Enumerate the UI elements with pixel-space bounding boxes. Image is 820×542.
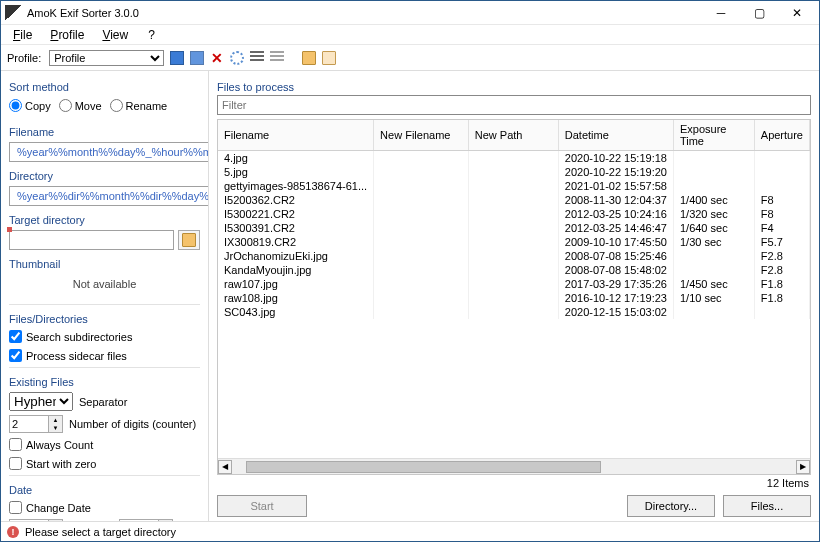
files-dirs-heading: Files/Directories [9, 313, 200, 325]
error-icon: ! [7, 526, 19, 538]
files-heading: Files to process [217, 81, 811, 93]
table-row[interactable]: I5300391.CR22012-03-25 14:46:471/640 sec… [218, 221, 810, 235]
view2-icon[interactable] [270, 51, 284, 65]
separator-label: Separator [79, 396, 127, 408]
save-as-icon[interactable] [190, 51, 204, 65]
maximize-button[interactable]: ▢ [741, 2, 777, 24]
directory-label: Directory [9, 170, 200, 182]
scroll-left-icon[interactable]: ◀ [218, 460, 232, 474]
delete-icon[interactable]: ✕ [210, 51, 224, 65]
save-icon[interactable] [170, 51, 184, 65]
filename-label: Filename [9, 126, 200, 138]
menu-help[interactable]: ? [140, 26, 163, 44]
col-newpath[interactable]: New Path [468, 120, 558, 151]
menu-file[interactable]: File [5, 26, 40, 44]
folder-icon[interactable] [302, 51, 316, 65]
profile-select[interactable]: Profile [49, 50, 164, 66]
profile-toolbar: Profile: Profile ✕ [1, 45, 819, 71]
folder-open-icon[interactable] [322, 51, 336, 65]
separator-select[interactable]: Hyphen(-) [9, 392, 73, 411]
menu-view[interactable]: View [94, 26, 136, 44]
target-directory-label: Target directory [9, 214, 200, 226]
table-row[interactable]: 5.jpg2020-10-22 15:19:20 [218, 165, 810, 179]
folder-icon [182, 233, 196, 247]
view-icon[interactable] [250, 51, 264, 65]
radio-move[interactable]: Move [59, 99, 102, 112]
table-row[interactable]: JrOchanomizuEki.jpg2008-07-08 15:25:46F2… [218, 249, 810, 263]
digits-label: Number of digits (counter) [69, 418, 196, 430]
minimize-button[interactable]: ─ [703, 2, 739, 24]
close-button[interactable]: ✕ [779, 2, 815, 24]
item-count: 12 Items [217, 475, 811, 495]
app-icon [5, 5, 21, 21]
filter-input[interactable] [217, 95, 811, 115]
status-message: Please select a target directory [25, 526, 176, 538]
files-table[interactable]: Filename New Filename New Path Datetime … [218, 120, 810, 319]
digits-spinner[interactable]: ▲▼ [9, 415, 63, 433]
check-always-count[interactable]: Always Count [9, 437, 200, 452]
date-heading: Date [9, 484, 200, 496]
files-button[interactable]: Files... [723, 495, 811, 517]
check-change-date[interactable]: Change Date [9, 500, 200, 515]
content-area: Files to process Filename New Filename N… [209, 71, 819, 521]
check-process-sidecar[interactable]: Process sidecar files [9, 348, 200, 363]
table-row[interactable]: 4.jpg2020-10-22 15:19:18 [218, 151, 810, 166]
col-datetime[interactable]: Datetime [558, 120, 673, 151]
radio-rename[interactable]: Rename [110, 99, 168, 112]
col-aperture[interactable]: Aperture [754, 120, 809, 151]
col-exposure[interactable]: Exposure Time [673, 120, 754, 151]
existing-files-heading: Existing Files [9, 376, 200, 388]
scroll-right-icon[interactable]: ▶ [796, 460, 810, 474]
filename-pattern[interactable]: %year%%month%%day%_%hour%%min [9, 142, 209, 162]
table-row[interactable]: gettyimages-985138674-61...2021-01-02 15… [218, 179, 810, 193]
settings-icon[interactable] [230, 51, 244, 65]
table-row[interactable]: IX300819.CR22009-10-10 17:45:501/30 secF… [218, 235, 810, 249]
table-row[interactable]: raw107.jpg2017-03-29 17:35:261/450 secF1… [218, 277, 810, 291]
radio-copy[interactable]: Copy [9, 99, 51, 112]
table-row[interactable]: I5200362.CR22008-11-30 12:04:371/400 sec… [218, 193, 810, 207]
table-row[interactable]: KandaMyoujin.jpg2008-07-08 15:48:02F2.8 [218, 263, 810, 277]
target-browse-button[interactable] [178, 230, 200, 250]
table-row[interactable]: raw108.jpg2016-10-12 17:19:231/10 secF1.… [218, 291, 810, 305]
check-search-subdirectories[interactable]: Search subdirectories [9, 329, 200, 344]
table-row[interactable]: SC043.jpg2020-12-15 15:03:02 [218, 305, 810, 319]
statusbar: ! Please select a target directory [1, 521, 819, 541]
thumbnail-heading: Thumbnail [9, 258, 200, 270]
thumbnail-preview: Not available [9, 278, 200, 290]
directory-pattern[interactable]: %year%%dir%%month%%dir%%day% [9, 186, 209, 206]
profile-label: Profile: [7, 52, 41, 64]
window-title: AmoK Exif Sorter 3.0.0 [27, 7, 703, 19]
menubar: File Profile View ? [1, 25, 819, 45]
col-filename[interactable]: Filename [218, 120, 374, 151]
titlebar: AmoK Exif Sorter 3.0.0 ─ ▢ ✕ [1, 1, 819, 25]
horizontal-scrollbar[interactable]: ◀ ▶ [218, 458, 810, 474]
sort-method-heading: Sort method [9, 81, 200, 93]
col-newfilename[interactable]: New Filename [374, 120, 469, 151]
start-button[interactable]: Start [217, 495, 307, 517]
check-start-with-zero[interactable]: Start with zero [9, 456, 200, 471]
table-row[interactable]: I5300221.CR22012-03-25 10:24:161/320 sec… [218, 207, 810, 221]
target-directory-input[interactable] [9, 230, 174, 250]
sidebar: Sort method Copy Move Rename Filename %y… [1, 71, 209, 521]
directory-button[interactable]: Directory... [627, 495, 715, 517]
menu-profile[interactable]: Profile [42, 26, 92, 44]
